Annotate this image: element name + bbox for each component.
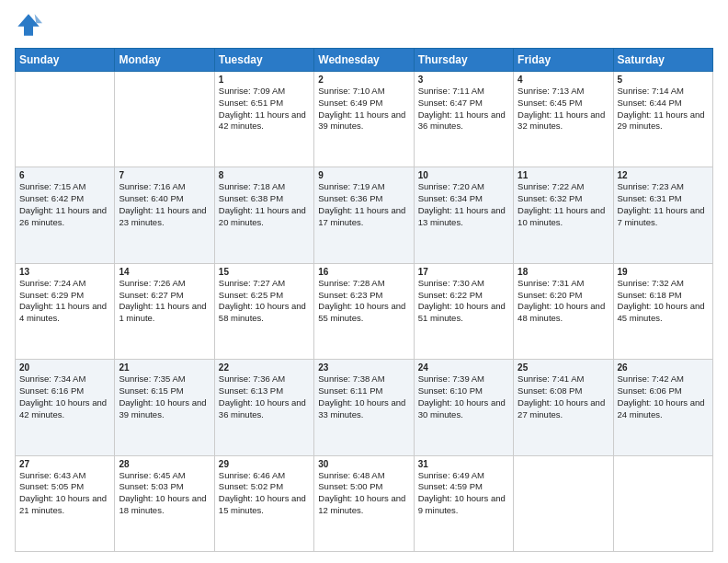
day-of-week-header: Wednesday [314, 49, 414, 72]
day-number: 5 [618, 75, 709, 85]
day-number: 6 [19, 170, 110, 180]
calendar-cell: 3 Sunrise: 7:11 AM Sunset: 6:47 PM Dayli… [414, 72, 513, 167]
day-info: Sunrise: 7:18 AM Sunset: 6:38 PM Dayligh… [219, 181, 310, 228]
calendar-cell [514, 455, 613, 551]
calendar-week-row: 6 Sunrise: 7:15 AM Sunset: 6:42 PM Dayli… [16, 167, 713, 263]
calendar-cell: 14 Sunrise: 7:26 AM Sunset: 6:27 PM Dayl… [115, 263, 214, 359]
sunrise-text: Sunrise: 7:23 AM [618, 181, 684, 191]
daylight-text: Daylight: 10 hours and 21 minutes. [19, 493, 107, 515]
calendar-cell [115, 72, 214, 167]
calendar-cell: 18 Sunrise: 7:31 AM Sunset: 6:20 PM Dayl… [514, 263, 613, 359]
day-info: Sunrise: 7:41 AM Sunset: 6:08 PM Dayligh… [518, 373, 609, 420]
day-info: Sunrise: 6:46 AM Sunset: 5:02 PM Dayligh… [219, 470, 310, 517]
daylight-text: Daylight: 11 hours and 42 minutes. [219, 109, 306, 132]
sunset-text: Sunset: 6:51 PM [219, 98, 283, 108]
calendar-cell: 7 Sunrise: 7:16 AM Sunset: 6:40 PM Dayli… [115, 167, 214, 263]
daylight-text: Daylight: 10 hours and 9 minutes. [418, 493, 506, 515]
daylight-text: Daylight: 10 hours and 33 minutes. [318, 397, 405, 419]
sunset-text: Sunset: 6:27 PM [119, 290, 183, 300]
calendar-week-row: 1 Sunrise: 7:09 AM Sunset: 6:51 PM Dayli… [16, 72, 713, 167]
calendar-cell: 30 Sunrise: 6:48 AM Sunset: 5:00 PM Dayl… [314, 455, 414, 551]
daylight-text: Daylight: 10 hours and 39 minutes. [119, 397, 206, 419]
calendar-cell: 2 Sunrise: 7:10 AM Sunset: 6:49 PM Dayli… [314, 72, 414, 167]
daylight-text: Daylight: 11 hours and 13 minutes. [418, 205, 506, 227]
day-number: 8 [219, 170, 310, 180]
sunrise-text: Sunrise: 7:28 AM [318, 278, 384, 288]
calendar-cell: 10 Sunrise: 7:20 AM Sunset: 6:34 PM Dayl… [414, 167, 513, 263]
sunset-text: Sunset: 6:16 PM [19, 385, 84, 396]
daylight-text: Daylight: 11 hours and 4 minutes. [19, 301, 107, 323]
day-number: 10 [418, 170, 509, 180]
calendar-cell: 13 Sunrise: 7:24 AM Sunset: 6:29 PM Dayl… [16, 263, 115, 359]
sunrise-text: Sunrise: 7:18 AM [219, 181, 285, 191]
sunrise-text: Sunrise: 7:26 AM [119, 278, 185, 288]
calendar-cell: 25 Sunrise: 7:41 AM Sunset: 6:08 PM Dayl… [514, 360, 613, 455]
calendar-week-row: 20 Sunrise: 7:34 AM Sunset: 6:16 PM Dayl… [16, 360, 713, 455]
daylight-text: Daylight: 10 hours and 30 minutes. [418, 397, 506, 419]
sunrise-text: Sunrise: 7:36 AM [219, 373, 285, 384]
day-number: 21 [119, 362, 210, 373]
day-number: 17 [418, 267, 509, 277]
calendar-cell: 31 Sunrise: 6:49 AM Sunset: 4:59 PM Dayl… [414, 455, 513, 551]
day-info: Sunrise: 7:11 AM Sunset: 6:47 PM Dayligh… [418, 86, 509, 132]
sunset-text: Sunset: 6:42 PM [19, 193, 84, 203]
day-number: 29 [219, 459, 310, 469]
sunset-text: Sunset: 6:18 PM [618, 290, 682, 300]
sunset-text: Sunset: 6:23 PM [318, 290, 382, 300]
sunset-text: Sunset: 5:02 PM [219, 481, 283, 491]
calendar-week-row: 13 Sunrise: 7:24 AM Sunset: 6:29 PM Dayl… [16, 263, 713, 359]
svg-marker-1 [35, 14, 42, 23]
daylight-text: Daylight: 11 hours and 36 minutes. [418, 109, 506, 132]
day-number: 7 [119, 170, 210, 180]
day-number: 25 [518, 362, 609, 373]
sunrise-text: Sunrise: 7:10 AM [318, 86, 384, 96]
day-info: Sunrise: 7:26 AM Sunset: 6:27 PM Dayligh… [119, 278, 210, 325]
day-number: 11 [518, 170, 609, 180]
day-number: 24 [418, 362, 509, 373]
calendar-cell: 9 Sunrise: 7:19 AM Sunset: 6:36 PM Dayli… [314, 167, 414, 263]
day-number: 28 [119, 459, 210, 469]
sunrise-text: Sunrise: 7:34 AM [19, 373, 85, 384]
day-info: Sunrise: 6:43 AM Sunset: 5:05 PM Dayligh… [19, 470, 110, 517]
sunrise-text: Sunrise: 7:09 AM [219, 86, 285, 96]
day-info: Sunrise: 7:39 AM Sunset: 6:10 PM Dayligh… [418, 373, 509, 420]
day-number: 30 [318, 459, 409, 469]
day-info: Sunrise: 7:16 AM Sunset: 6:40 PM Dayligh… [119, 181, 210, 228]
day-of-week-header: Friday [514, 49, 613, 72]
daylight-text: Daylight: 11 hours and 20 minutes. [219, 205, 306, 227]
day-info: Sunrise: 7:28 AM Sunset: 6:23 PM Dayligh… [318, 278, 409, 325]
sunset-text: Sunset: 6:29 PM [19, 290, 84, 300]
calendar-cell: 11 Sunrise: 7:22 AM Sunset: 6:32 PM Dayl… [514, 167, 613, 263]
sunset-text: Sunset: 6:08 PM [518, 385, 582, 396]
day-info: Sunrise: 7:22 AM Sunset: 6:32 PM Dayligh… [518, 181, 609, 228]
sunset-text: Sunset: 6:22 PM [418, 290, 483, 300]
day-number: 22 [219, 362, 310, 373]
sunset-text: Sunset: 6:20 PM [518, 290, 582, 300]
sunrise-text: Sunrise: 7:13 AM [518, 86, 584, 96]
day-number: 13 [19, 267, 110, 277]
day-number: 16 [318, 267, 409, 277]
day-of-week-header: Sunday [16, 49, 115, 72]
sunset-text: Sunset: 6:45 PM [518, 98, 582, 108]
daylight-text: Daylight: 10 hours and 27 minutes. [518, 397, 605, 419]
sunrise-text: Sunrise: 7:14 AM [618, 86, 684, 96]
calendar-cell: 19 Sunrise: 7:32 AM Sunset: 6:18 PM Dayl… [613, 263, 712, 359]
day-number: 26 [618, 362, 709, 373]
calendar-cell: 22 Sunrise: 7:36 AM Sunset: 6:13 PM Dayl… [214, 360, 313, 455]
sunrise-text: Sunrise: 7:30 AM [418, 278, 484, 288]
daylight-text: Daylight: 10 hours and 18 minutes. [119, 493, 206, 515]
daylight-text: Daylight: 11 hours and 10 minutes. [518, 205, 605, 227]
daylight-text: Daylight: 10 hours and 51 minutes. [418, 301, 506, 323]
daylight-text: Daylight: 11 hours and 26 minutes. [19, 205, 107, 227]
day-info: Sunrise: 7:35 AM Sunset: 6:15 PM Dayligh… [119, 373, 210, 420]
calendar-cell [16, 72, 115, 167]
day-number: 18 [518, 267, 609, 277]
page-container: SundayMondayTuesdayWednesdayThursdayFrid… [0, 0, 728, 563]
day-info: Sunrise: 7:32 AM Sunset: 6:18 PM Dayligh… [618, 278, 709, 325]
sunset-text: Sunset: 6:10 PM [418, 385, 483, 396]
sunrise-text: Sunrise: 6:48 AM [318, 470, 384, 480]
daylight-text: Daylight: 11 hours and 7 minutes. [618, 205, 705, 227]
day-info: Sunrise: 7:31 AM Sunset: 6:20 PM Dayligh… [518, 278, 609, 325]
day-number: 14 [119, 267, 210, 277]
sunset-text: Sunset: 5:00 PM [318, 481, 382, 491]
